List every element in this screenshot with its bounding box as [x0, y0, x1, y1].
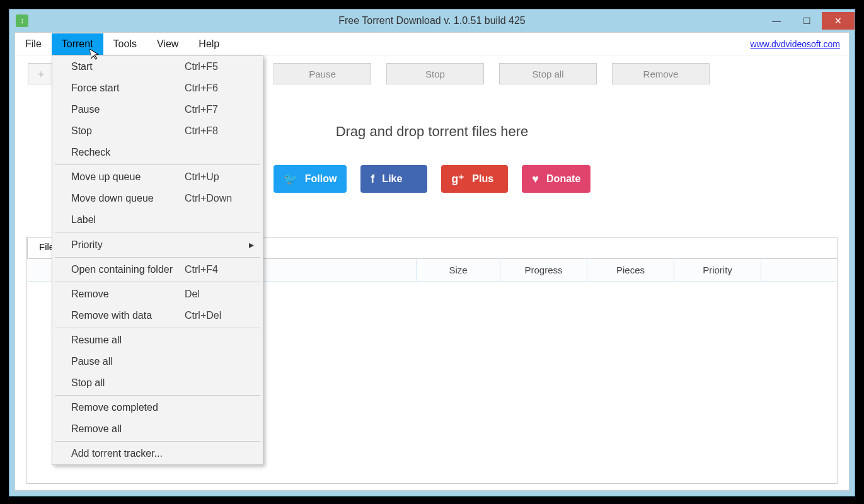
menu-item-label: Open containing folder	[71, 264, 185, 275]
menu-torrent[interactable]: Torrent	[52, 33, 103, 55]
menu-item-label: Stop	[71, 125, 185, 137]
twitter-icon: 🐦	[284, 172, 297, 186]
menu-item-shortcut: Ctrl+Up	[185, 171, 219, 183]
menu-item-shortcut: Ctrl+Del	[185, 310, 221, 321]
menu-item-recheck[interactable]: Recheck	[52, 142, 263, 163]
follow-button[interactable]: 🐦 Follow	[274, 165, 347, 193]
menu-separator	[55, 328, 260, 328]
gplus-icon: g⁺	[451, 172, 464, 186]
menu-item-shortcut: Del	[185, 289, 200, 300]
menu-item-label: Move up queue	[71, 171, 185, 183]
remove-button[interactable]: Remove	[612, 63, 710, 84]
menu-item-move-up-queue[interactable]: Move up queueCtrl+Up	[52, 166, 263, 188]
menu-item-label: Resume all	[71, 335, 185, 346]
menu-item-stop-all[interactable]: Stop all	[52, 372, 263, 394]
menu-item-shortcut: Ctrl+F5	[185, 61, 218, 72]
menu-item-shortcut: Ctrl+F8	[185, 125, 218, 137]
menu-separator	[55, 232, 260, 232]
col-size[interactable]: Size	[417, 259, 500, 281]
menu-item-shortcut: Ctrl+Down	[185, 193, 232, 204]
col-pieces[interactable]: Pieces	[587, 259, 674, 281]
menu-item-pause[interactable]: PauseCtrl+F7	[52, 99, 263, 120]
menu-item-remove[interactable]: RemoveDel	[52, 284, 263, 305]
menu-item-label: Remove completed	[71, 402, 185, 413]
plus-label: Plus	[472, 173, 493, 185]
menu-item-label: Pause all	[71, 356, 185, 367]
menu-item-resume-all[interactable]: Resume all	[52, 329, 263, 351]
menu-item-shortcut: Ctrl+F4	[185, 264, 218, 275]
menu-item-label: Remove all	[71, 423, 185, 435]
like-button[interactable]: f Like	[360, 165, 427, 193]
menu-separator	[55, 164, 260, 165]
facebook-icon: f	[371, 173, 374, 186]
donate-label: Donate	[546, 173, 580, 185]
social-row: 🐦 Follow f Like g⁺ Plus ♥ Donate	[274, 165, 591, 193]
follow-label: Follow	[305, 173, 337, 185]
torrent-dropdown: StartCtrl+F5Force startCtrl+F6PauseCtrl+…	[52, 55, 263, 465]
menu-item-label: Label	[71, 214, 185, 226]
drop-text: Drag and drop torrent files here	[336, 123, 529, 140]
col-progress[interactable]: Progress	[500, 259, 587, 281]
menu-item-add-torrent-tracker[interactable]: Add torrent tracker...	[52, 443, 263, 464]
header-link[interactable]: www.dvdvideosoft.com	[751, 39, 840, 49]
heart-icon: ♥	[532, 173, 539, 186]
menu-item-move-down-queue[interactable]: Move down queueCtrl+Down	[52, 188, 263, 209]
menu-item-remove-completed[interactable]: Remove completed	[52, 397, 263, 418]
menu-item-label: Stop all	[71, 377, 185, 389]
menu-item-label: Move down queue	[71, 193, 185, 204]
menubar: File Torrent Tools View Help www.dvdvide…	[15, 33, 849, 55]
titlebar[interactable]: ↕ Free Torrent Download v. 1.0.51 build …	[9, 9, 855, 32]
col-priority[interactable]: Priority	[674, 259, 761, 281]
app-icon: ↕	[16, 14, 28, 27]
menu-item-label[interactable]: Label	[52, 209, 263, 231]
menu-item-label: Pause	[71, 104, 185, 115]
col-extra	[761, 259, 837, 281]
menu-view[interactable]: View	[147, 33, 188, 55]
menu-item-label: Add torrent tracker...	[71, 448, 185, 459]
stopall-button[interactable]: Stop all	[499, 63, 597, 84]
window-title: Free Torrent Download v. 1.0.51 build 42…	[9, 15, 855, 26]
menu-separator	[55, 395, 260, 396]
menu-item-force-start[interactable]: Force startCtrl+F6	[52, 77, 263, 99]
menu-item-pause-all[interactable]: Pause all	[52, 351, 263, 372]
menu-item-label: Force start	[71, 83, 185, 94]
menu-item-label: Priority	[71, 239, 185, 251]
menu-item-open-containing-folder[interactable]: Open containing folderCtrl+F4	[52, 259, 263, 280]
menu-separator	[55, 441, 260, 442]
menu-help[interactable]: Help	[188, 33, 229, 55]
menu-item-priority[interactable]: Priority▸	[52, 234, 263, 256]
menu-separator	[55, 282, 260, 282]
menu-item-label: Remove	[71, 289, 185, 300]
menu-item-remove-all[interactable]: Remove all	[52, 418, 263, 440]
like-label: Like	[382, 173, 402, 185]
close-button[interactable]: ✕	[822, 12, 855, 30]
menu-item-stop[interactable]: StopCtrl+F8	[52, 120, 263, 142]
menu-tools[interactable]: Tools	[103, 33, 147, 55]
minimize-button[interactable]: —	[761, 12, 792, 30]
submenu-arrow-icon: ▸	[249, 239, 254, 251]
menu-item-remove-with-data[interactable]: Remove with dataCtrl+Del	[52, 305, 263, 326]
menu-item-shortcut: Ctrl+F6	[185, 83, 218, 94]
menu-item-shortcut: Ctrl+F7	[185, 104, 218, 115]
stop-button[interactable]: Stop	[386, 63, 484, 84]
menu-item-start[interactable]: StartCtrl+F5	[52, 56, 263, 77]
maximize-button[interactable]: ☐	[792, 12, 822, 30]
menu-separator	[55, 257, 260, 258]
add-torrent-button[interactable]: ＋	[28, 63, 54, 84]
pause-button[interactable]: Pause	[274, 63, 371, 84]
plus-button[interactable]: g⁺ Plus	[441, 165, 508, 193]
plus-icon: ＋	[35, 66, 47, 81]
menu-item-label: Recheck	[71, 147, 185, 158]
menu-item-label: Start	[71, 61, 185, 72]
menu-file[interactable]: File	[15, 33, 52, 55]
window-controls: — ☐ ✕	[761, 12, 855, 30]
donate-button[interactable]: ♥ Donate	[522, 165, 590, 193]
menu-item-label: Remove with data	[71, 310, 185, 321]
